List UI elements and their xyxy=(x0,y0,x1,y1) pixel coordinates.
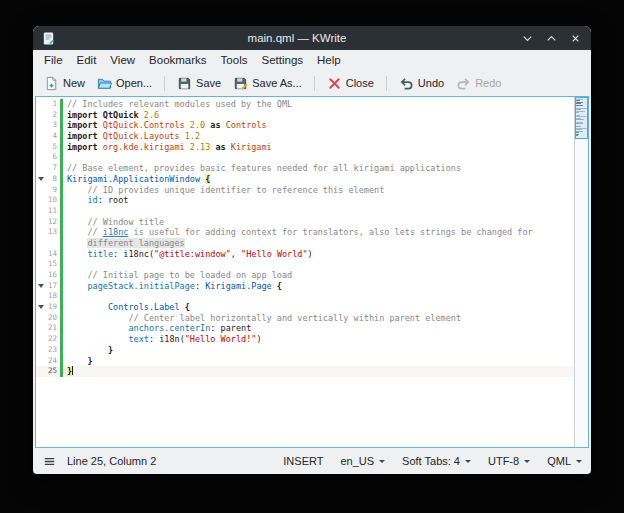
close-button[interactable] xyxy=(568,31,583,46)
code-text: // Center label horizontally and vertica… xyxy=(67,313,461,324)
code-line-18[interactable]: 18 xyxy=(36,291,574,302)
toolbar-button-label: Save xyxy=(196,77,221,89)
minimize-button[interactable] xyxy=(520,31,535,46)
status-bar: Line 25, Column 2 INSERTen_USSoft Tabs: … xyxy=(33,448,591,474)
folder-open-icon xyxy=(97,76,112,91)
editor[interactable]: 1// Includes relevant modules used by th… xyxy=(35,96,589,448)
statusbar-tab-mode[interactable]: Soft Tabs: 4 xyxy=(402,455,471,467)
code-text: } xyxy=(67,366,73,377)
code-line-16[interactable]: 16 // Initial page to be loaded on app l… xyxy=(36,270,574,281)
fold-column xyxy=(36,270,45,281)
menu-item-file[interactable]: File xyxy=(37,52,70,68)
code-line-13[interactable]: 13 // i18nc is useful for adding context… xyxy=(36,227,574,238)
modified-line-indicator xyxy=(60,291,63,302)
statusbar-insert-mode[interactable]: INSERT xyxy=(283,455,323,467)
code-text: id: root xyxy=(67,195,128,206)
fold-column xyxy=(36,152,45,163)
code-text: different languages xyxy=(67,238,185,249)
modified-line-indicator xyxy=(60,217,63,228)
text-cursor xyxy=(72,366,73,375)
line-number: 22 xyxy=(45,334,60,345)
code-text: // Base element, provides basic features… xyxy=(67,163,461,174)
chevron-down-icon xyxy=(465,460,471,463)
code-line-wrap[interactable]: different languages xyxy=(36,238,574,249)
code-line-22[interactable]: 22 text: i18n("Hello World!") xyxy=(36,334,574,345)
fold-column xyxy=(36,142,45,153)
minimap-viewport[interactable] xyxy=(575,97,588,139)
code-line-12[interactable]: 12 // Window title xyxy=(36,217,574,228)
code-line-15[interactable]: 15 xyxy=(36,259,574,270)
code-line-6[interactable]: 6 xyxy=(36,152,574,163)
toolbar-button-redo[interactable]: Redo xyxy=(451,73,506,94)
code-line-24[interactable]: 24 } xyxy=(36,356,574,367)
line-number: 15 xyxy=(45,259,60,270)
line-number: 13 xyxy=(45,227,60,238)
document-close-icon xyxy=(327,76,342,91)
code-line-20[interactable]: 20 // Center label horizontally and vert… xyxy=(36,313,574,324)
menu-item-help[interactable]: Help xyxy=(310,52,348,68)
statusbar-right: INSERTen_USSoft Tabs: 4UTF-8QML xyxy=(283,455,582,467)
code-line-11[interactable]: 11 xyxy=(36,206,574,217)
fold-column xyxy=(36,356,45,367)
line-number: 10 xyxy=(45,195,60,206)
toolbar-button-undo[interactable]: Undo xyxy=(394,73,449,94)
code-text: Controls.Label { xyxy=(67,302,190,313)
fold-column xyxy=(36,366,45,377)
code-line-3[interactable]: 3import QtQuick.Controls 2.0 as Controls xyxy=(36,120,574,131)
code-line-1[interactable]: 1// Includes relevant modules used by th… xyxy=(36,99,574,110)
line-number xyxy=(45,238,60,249)
statusbar-insert-mode-label: INSERT xyxy=(283,455,323,467)
toolbar-button-new[interactable]: New xyxy=(39,73,90,94)
code-line-5[interactable]: 5import org.kde.kirigami 2.13 as Kirigam… xyxy=(36,142,574,153)
statusbar-menu-button[interactable] xyxy=(42,454,57,469)
code-line-17[interactable]: 17 pageStack.initialPage: Kirigami.Page … xyxy=(36,281,574,292)
toolbar-button-label: Open... xyxy=(116,77,152,89)
fold-marker[interactable] xyxy=(36,302,45,313)
kwrite-app-icon xyxy=(41,31,56,46)
line-number: 23 xyxy=(45,345,60,356)
code-line-19[interactable]: 19 Controls.Label { xyxy=(36,302,574,313)
toolbar-button-save[interactable]: Save xyxy=(172,73,226,94)
code-line-25[interactable]: 25} xyxy=(36,366,574,377)
code-line-10[interactable]: 10 id: root xyxy=(36,195,574,206)
toolbar-button-close[interactable]: Close xyxy=(322,73,379,94)
maximize-button[interactable] xyxy=(544,31,559,46)
line-number: 3 xyxy=(45,120,60,131)
toolbar-button-open[interactable]: Open... xyxy=(92,73,157,94)
fold-column xyxy=(36,120,45,131)
kwrite-window: main.qml — KWrite FileEditViewBookmarksT… xyxy=(33,26,591,474)
fold-column xyxy=(36,131,45,142)
toolbar-button-save-as[interactable]: Save As... xyxy=(228,73,307,94)
fold-marker[interactable] xyxy=(36,281,45,292)
code-line-21[interactable]: 21 anchors.centerIn: parent xyxy=(36,323,574,334)
menu-item-view[interactable]: View xyxy=(103,52,142,68)
fold-column xyxy=(36,185,45,196)
code-lines[interactable]: 1// Includes relevant modules used by th… xyxy=(36,97,574,447)
fold-marker[interactable] xyxy=(36,174,45,185)
menu-item-settings[interactable]: Settings xyxy=(254,52,310,68)
modified-line-indicator xyxy=(60,120,63,131)
line-number: 16 xyxy=(45,270,60,281)
title-bar[interactable]: main.qml — KWrite xyxy=(33,26,591,50)
statusbar-highlight-mode[interactable]: QML xyxy=(547,455,582,467)
fold-column xyxy=(36,99,45,110)
statusbar-encoding[interactable]: UTF-8 xyxy=(488,455,530,467)
menu-item-edit[interactable]: Edit xyxy=(70,52,104,68)
code-line-8[interactable]: 8Kirigami.ApplicationWindow { xyxy=(36,174,574,185)
code-line-23[interactable]: 23 } xyxy=(36,345,574,356)
code-line-14[interactable]: 14 title: i18nc("@title:window", "Hello … xyxy=(36,249,574,260)
code-line-2[interactable]: 2import QtQuick 2.6 xyxy=(36,110,574,121)
line-number: 19 xyxy=(45,302,60,313)
statusbar-dictionary[interactable]: en_US xyxy=(340,455,385,467)
code-line-7[interactable]: 7// Base element, provides basic feature… xyxy=(36,163,574,174)
scrollbar-minimap[interactable] xyxy=(574,97,588,447)
chevron-up-icon xyxy=(544,31,559,46)
toolbar-separator xyxy=(314,76,315,91)
toolbar-button-label: Undo xyxy=(418,77,444,89)
code-text: // i18nc is useful for adding context fo… xyxy=(67,227,533,238)
modified-line-indicator xyxy=(60,227,63,238)
code-line-4[interactable]: 4import QtQuick.Layouts 1.2 xyxy=(36,131,574,142)
menu-item-bookmarks[interactable]: Bookmarks xyxy=(142,52,214,68)
code-line-9[interactable]: 9 // ID provides unique identifier to re… xyxy=(36,185,574,196)
menu-item-tools[interactable]: Tools xyxy=(214,52,255,68)
